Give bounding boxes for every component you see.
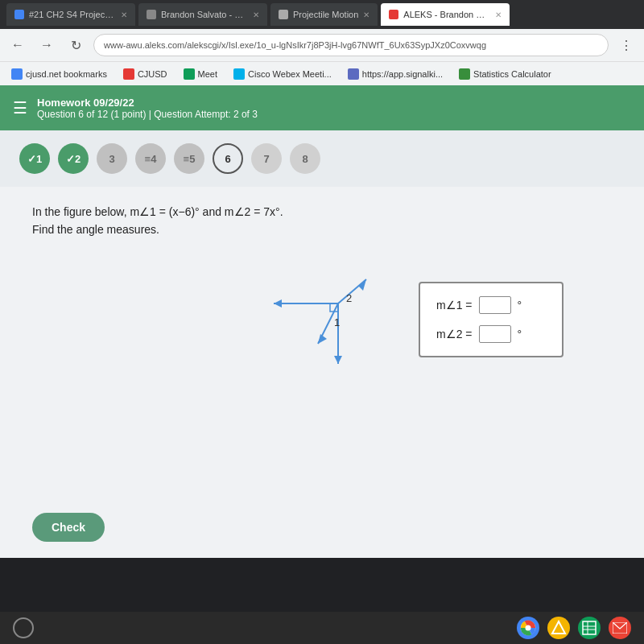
bookmark-icon-5 xyxy=(348,68,359,80)
menu-button[interactable]: ⋮ xyxy=(615,34,638,56)
angle2-label: 2 xyxy=(346,292,352,304)
drive-svg xyxy=(551,620,567,636)
nav-q7[interactable]: 7 xyxy=(251,143,282,174)
nav-q8[interactable]: 8 xyxy=(290,143,320,174)
hamburger-icon[interactable]: ☰ xyxy=(13,98,27,118)
tab-close-1[interactable]: ✕ xyxy=(121,10,127,19)
angle2-answer-label: m∠2 = xyxy=(436,328,473,341)
svg-rect-9 xyxy=(583,621,596,634)
header-text: Homework 09/29/22 Question 6 of 12 (1 po… xyxy=(37,97,258,120)
question-line2: Find the angle measures. xyxy=(32,221,612,238)
back-button[interactable]: ← xyxy=(6,34,29,56)
taskbar-sheets-icon[interactable] xyxy=(578,617,601,639)
tab-close-2[interactable]: ✕ xyxy=(253,10,259,19)
sheets-svg xyxy=(582,621,597,635)
taskbar-circle xyxy=(13,617,34,638)
tab-4-active[interactable]: ALEKS - Brandon Salva ✕ xyxy=(381,3,510,26)
spacer xyxy=(0,400,644,497)
question-info: Question 6 of 12 (1 point) | Question At… xyxy=(37,109,258,120)
diagram-container: 2 1 xyxy=(209,255,386,384)
angle2-input[interactable] xyxy=(479,325,511,343)
angle1-label: 1 xyxy=(334,316,340,328)
answer-row-1: m∠1 = ° xyxy=(436,296,546,314)
bookmark-cjusd-net[interactable]: cjusd.net bookmarks xyxy=(6,67,112,81)
svg-point-6 xyxy=(526,625,531,631)
bookmarks-bar: cjusd.net bookmarks CJUSD Meet Cisco Web… xyxy=(0,61,644,85)
chrome-svg xyxy=(520,620,536,636)
address-text: www-awu.aleks.com/alekscgi/x/Isl.exe/1o_… xyxy=(104,40,486,50)
nav-q5[interactable]: ≡5 xyxy=(174,143,204,174)
up-arrow xyxy=(358,279,366,291)
browser-chrome: #21 CH2 S4 Projectile ✕ Brandon Salvato … xyxy=(0,0,644,85)
degree1: ° xyxy=(518,299,522,312)
homework-label: Homework 09/29/22 xyxy=(37,97,258,109)
down-arrow xyxy=(334,356,342,364)
bookmark-cjusd[interactable]: CJUSD xyxy=(118,67,172,81)
tab-2[interactable]: Brandon Salvato - PHe ✕ xyxy=(138,3,267,26)
question-nav: ✓1 ✓2 3 ≡4 ≡5 6 7 8 xyxy=(0,130,644,187)
answer-row-2: m∠2 = ° xyxy=(436,325,546,343)
question-text: In the figure below, m∠1 = (x−6)° and m∠… xyxy=(32,203,612,239)
nav-q4[interactable]: ≡4 xyxy=(135,143,166,174)
bookmark-stats-calc[interactable]: Statistics Calculator xyxy=(454,67,556,81)
left-arrow xyxy=(274,299,282,308)
taskbar-chrome-icon[interactable] xyxy=(517,617,539,639)
taskbar-right xyxy=(517,617,631,639)
bookmark-icon-3 xyxy=(184,68,195,80)
bookmark-icon-1 xyxy=(11,68,23,80)
check-section: Check xyxy=(0,497,644,558)
tab-close-4[interactable]: ✕ xyxy=(495,10,502,19)
forward-button[interactable]: → xyxy=(35,34,58,56)
check-button[interactable]: Check xyxy=(32,513,105,542)
tab-1[interactable]: #21 CH2 S4 Projectile ✕ xyxy=(6,3,135,26)
reload-button[interactable]: ↻ xyxy=(64,34,87,56)
diagram-area: 2 1 m∠1 = ° m∠2 = ° xyxy=(32,255,612,384)
angle-diagram: 2 1 xyxy=(209,255,386,384)
bookmark-icon-2 xyxy=(123,68,134,80)
taskbar-drive-icon[interactable] xyxy=(547,617,570,639)
tab-bar: #21 CH2 S4 Projectile ✕ Brandon Salvato … xyxy=(0,0,644,29)
bookmark-icon-4 xyxy=(233,68,245,80)
taskbar-gmail-icon[interactable] xyxy=(609,617,631,639)
bookmark-signal[interactable]: https://app.signalki... xyxy=(343,67,448,81)
aleks-page: ☰ Homework 09/29/22 Question 6 of 12 (1 … xyxy=(0,85,644,558)
svg-marker-7 xyxy=(552,621,565,634)
taskbar xyxy=(0,612,644,644)
bookmark-icon-6 xyxy=(459,68,470,80)
bookmark-cisco[interactable]: Cisco Webex Meeti... xyxy=(229,67,336,81)
question-line1: In the figure below, m∠1 = (x−6)° and m∠… xyxy=(32,203,612,221)
address-bar[interactable]: www-awu.aleks.com/alekscgi/x/Isl.exe/1o_… xyxy=(93,34,609,56)
bookmark-meet[interactable]: Meet xyxy=(179,67,222,81)
angle1-answer-label: m∠1 = xyxy=(436,299,473,312)
nav-bar: ← → ↻ www-awu.aleks.com/alekscgi/x/Isl.e… xyxy=(0,29,644,61)
tab-close-3[interactable]: ✕ xyxy=(363,10,369,19)
question-body: In the figure below, m∠1 = (x−6)° and m∠… xyxy=(0,187,644,400)
nav-q3[interactable]: 3 xyxy=(97,143,127,174)
gmail-svg xyxy=(613,622,627,634)
answer-box: m∠1 = ° m∠2 = ° xyxy=(419,282,564,357)
nav-q6[interactable]: 6 xyxy=(213,143,243,174)
nav-q1[interactable]: ✓1 xyxy=(19,143,50,174)
aleks-header: ☰ Homework 09/29/22 Question 6 of 12 (1 … xyxy=(0,85,644,130)
degree2: ° xyxy=(518,328,522,341)
nav-q2[interactable]: ✓2 xyxy=(58,143,89,174)
tab-3[interactable]: Projectile Motion ✕ xyxy=(270,3,378,26)
angle1-input[interactable] xyxy=(479,296,511,314)
taskbar-left xyxy=(13,617,34,638)
